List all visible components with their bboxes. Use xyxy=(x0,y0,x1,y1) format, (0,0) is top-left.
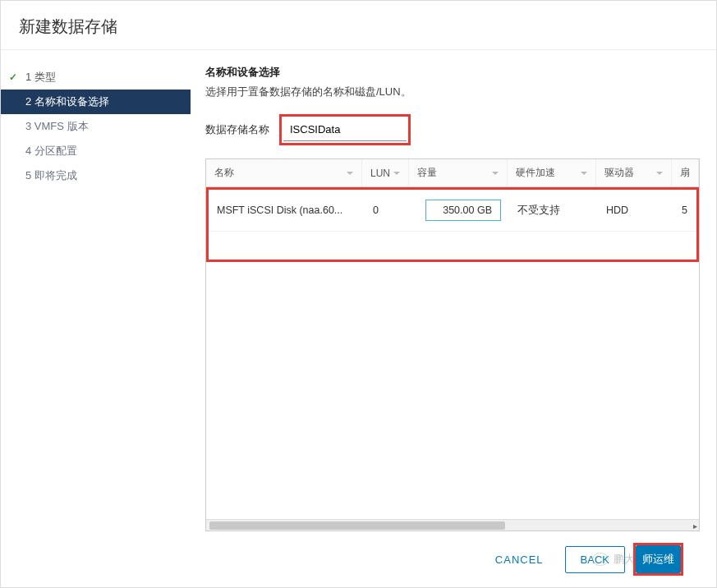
scrollbar-thumb[interactable] xyxy=(209,521,505,530)
wizard-step-label: 1 类型 xyxy=(25,70,56,85)
sort-icon xyxy=(492,172,499,175)
wizard-step-label: 2 名称和设备选择 xyxy=(25,94,109,109)
wizard-step-partition[interactable]: 4 分区配置 xyxy=(1,139,191,163)
dialog-title: 新建数据存储 xyxy=(1,1,716,50)
device-table: 名称 LUN 容量 硬件加速 驱动器 扇 xyxy=(205,158,700,531)
col-header-capacity[interactable]: 容量 xyxy=(409,159,508,186)
wizard-nav: ✓ 1 类型 2 名称和设备选择 3 VMFS 版本 4 分区配置 5 即将完成 xyxy=(1,50,191,587)
horizontal-scrollbar[interactable]: ▸ xyxy=(206,519,699,531)
col-header-lun[interactable]: LUN xyxy=(362,159,409,186)
wizard-step-ready[interactable]: 5 即将完成 xyxy=(1,163,191,188)
back-button[interactable]: BACK xyxy=(565,546,625,573)
cell-drive: HDD xyxy=(598,200,673,221)
datastore-name-label: 数据存储名称 xyxy=(205,122,279,137)
dialog-body: ✓ 1 类型 2 名称和设备选择 3 VMFS 版本 4 分区配置 5 即将完成… xyxy=(1,50,716,587)
wizard-step-label: 4 分区配置 xyxy=(25,144,77,158)
highlight-name-input xyxy=(279,114,411,145)
new-datastore-dialog: 新建数据存储 ✓ 1 类型 2 名称和设备选择 3 VMFS 版本 4 分区配置… xyxy=(0,0,717,588)
scroll-right-icon[interactable]: ▸ xyxy=(693,521,697,531)
panel-subtext: 选择用于置备数据存储的名称和磁盘/LUN。 xyxy=(205,85,700,99)
datastore-name-input[interactable] xyxy=(283,118,407,141)
datastore-name-row: 数据存储名称 xyxy=(205,114,700,145)
wizard-step-vmfs-version[interactable]: 3 VMFS 版本 xyxy=(1,114,191,139)
panel-heading: 名称和设备选择 xyxy=(205,65,700,80)
dialog-footer: CANCEL BACK 师运维 xyxy=(205,531,700,587)
sort-icon xyxy=(347,172,353,175)
col-header-ext[interactable]: 扇 xyxy=(672,159,699,186)
wizard-step-type[interactable]: ✓ 1 类型 xyxy=(1,65,191,90)
highlight-selected-row: MSFT iSCSI Disk (naa.60... 0 350.00 GB 不… xyxy=(206,187,699,262)
wizard-step-label: 5 即将完成 xyxy=(25,168,77,183)
check-icon: ✓ xyxy=(9,70,17,85)
capacity-value: 350.00 GB xyxy=(425,200,501,221)
cell-capacity: 350.00 GB xyxy=(411,195,509,226)
cancel-button[interactable]: CANCEL xyxy=(482,547,557,572)
next-button[interactable]: 师运维 xyxy=(636,545,681,573)
cell-hwaccel: 不受支持 xyxy=(509,199,598,223)
col-header-name[interactable]: 名称 xyxy=(206,159,362,186)
sort-icon xyxy=(581,172,587,175)
cell-ext: 5 xyxy=(673,200,696,221)
col-header-drive[interactable]: 驱动器 xyxy=(596,159,672,186)
cell-lun: 0 xyxy=(365,200,411,221)
highlight-next-button: 师运维 xyxy=(633,543,683,576)
table-rows[interactable]: MSFT iSCSI Disk (naa.60... 0 350.00 GB 不… xyxy=(206,187,699,519)
sort-icon xyxy=(656,172,663,175)
main-panel: 名称和设备选择 选择用于置备数据存储的名称和磁盘/LUN。 数据存储名称 名称 … xyxy=(191,50,716,587)
wizard-step-label: 3 VMFS 版本 xyxy=(25,119,89,134)
sort-icon xyxy=(393,172,400,175)
table-header: 名称 LUN 容量 硬件加速 驱动器 扇 xyxy=(206,159,699,187)
cell-name: MSFT iSCSI Disk (naa.60... xyxy=(209,200,365,221)
row-padding xyxy=(209,232,696,260)
wizard-step-name-device[interactable]: 2 名称和设备选择 xyxy=(1,90,191,114)
col-header-hwaccel[interactable]: 硬件加速 xyxy=(508,159,596,186)
table-row[interactable]: MSFT iSCSI Disk (naa.60... 0 350.00 GB 不… xyxy=(209,190,696,232)
